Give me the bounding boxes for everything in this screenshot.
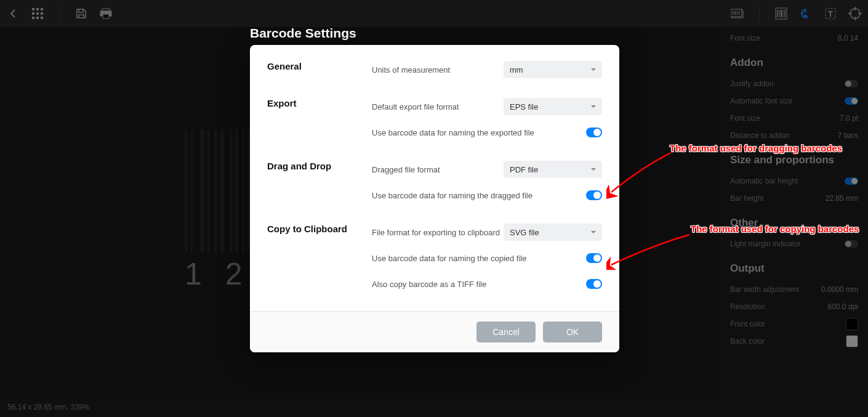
resolution-value: 600.0 dpi — [828, 302, 858, 311]
auto-fontsize-toggle[interactable] — [845, 97, 858, 105]
distance-value: 7 bars — [838, 131, 858, 140]
resolution-label: Resolution — [730, 302, 765, 311]
clipboard-tiff-toggle[interactable] — [586, 279, 602, 289]
auto-barheight-label: Automatic bar height — [730, 177, 798, 185]
lmi-toggle[interactable] — [845, 240, 858, 248]
bwa-value: 0.0000 mm — [821, 285, 858, 294]
svg-point-27 — [806, 10, 808, 12]
clipboard-tiff-label: Also copy barcode as a TIFF file — [372, 280, 486, 289]
status-text: 56.14 x 29.65 mm, 339% — [7, 403, 89, 411]
text-tool-icon[interactable]: T — [824, 7, 837, 20]
properties-panel: Font size8.0 14 Addon Justify addon Auto… — [720, 27, 868, 417]
svg-rect-11 — [103, 14, 109, 18]
drag-format-value: PDF file — [510, 165, 538, 174]
svg-point-26 — [803, 14, 805, 16]
justify-addon-label: Justify addon — [730, 79, 774, 88]
barcode-tool-icon[interactable] — [774, 7, 788, 20]
svg-rect-4 — [36, 12, 39, 15]
svg-rect-3 — [32, 12, 34, 15]
dragdrop-section-label: Drag and Drop — [267, 161, 372, 204]
clipboard-naming-toggle[interactable] — [586, 253, 602, 263]
target-icon[interactable] — [848, 7, 862, 20]
justify-addon-toggle[interactable] — [845, 80, 858, 87]
fontsize-top-value: 8.0 14 — [838, 34, 858, 43]
back-color-swatch[interactable] — [846, 335, 858, 347]
chevron-down-icon — [591, 168, 596, 171]
drag-format-label: Dragged file format — [372, 165, 440, 174]
ok-button[interactable]: OK — [543, 322, 602, 342]
drag-naming-toggle[interactable] — [586, 190, 602, 200]
drag-format-dropdown[interactable]: PDF file — [504, 161, 602, 178]
svg-rect-6 — [32, 17, 34, 19]
main-toolbar: T — [0, 0, 868, 27]
lmi-label: Light margin indicator — [730, 240, 801, 248]
distance-label: Distance to addon — [730, 131, 790, 140]
svg-text:T: T — [828, 9, 833, 18]
barheight-value: 22.85 mm — [826, 194, 858, 203]
bwa-label: Bar width adjustment — [730, 285, 799, 294]
clipboard-section-label: Copy to Clipboard — [267, 224, 372, 293]
chevron-down-icon — [591, 68, 596, 71]
back-color-label: Back color — [730, 337, 765, 346]
settings-modal: General Units of measurement mm Export D… — [250, 45, 619, 352]
svg-rect-2 — [41, 8, 43, 10]
fontsize-label: Font size — [730, 114, 760, 123]
units-dropdown[interactable]: mm — [504, 61, 602, 78]
clipboard-format-dropdown[interactable]: SVG file — [504, 224, 602, 241]
general-section-label: General — [267, 61, 372, 78]
barheight-label: Bar height — [730, 194, 764, 203]
cancel-button[interactable]: Cancel — [476, 322, 536, 342]
save-icon[interactable] — [74, 7, 88, 20]
barcode-batch-icon[interactable] — [731, 7, 744, 20]
chevron-down-icon — [591, 105, 596, 108]
modal-title: Barcode Settings — [250, 26, 356, 41]
export-naming-toggle[interactable] — [586, 128, 602, 137]
status-bar: 56.14 x 29.65 mm, 339% — [0, 399, 868, 417]
clipboard-format-value: SVG file — [510, 228, 539, 237]
svg-rect-1 — [36, 8, 39, 10]
front-color-label: Front color — [730, 320, 765, 328]
svg-rect-8 — [41, 17, 43, 19]
drag-naming-label: Use barcode data for naming the dragged … — [372, 191, 532, 200]
annotation-copy-text: The format used for copying barcodes — [691, 224, 859, 234]
auto-barheight-toggle[interactable] — [845, 177, 858, 185]
size-section-title: Size and proportions — [730, 154, 858, 166]
palette-icon[interactable] — [799, 7, 813, 20]
export-section-label: Export — [267, 98, 372, 141]
print-icon[interactable] — [99, 7, 113, 20]
output-section-title: Output — [730, 262, 858, 275]
front-color-swatch[interactable] — [846, 318, 858, 330]
svg-rect-9 — [102, 9, 110, 11]
fontsize-value: 7.0 pt — [840, 114, 858, 123]
units-value: mm — [510, 65, 523, 75]
export-format-dropdown[interactable]: EPS file — [504, 98, 602, 115]
export-format-value: EPS file — [510, 102, 538, 111]
annotation-arrow-copy — [606, 233, 693, 270]
clipboard-format-label: File format for exporting to clipboard — [372, 228, 500, 237]
back-icon[interactable] — [6, 7, 20, 20]
apps-grid-icon[interactable] — [31, 7, 44, 20]
export-format-label: Default export file format — [372, 102, 459, 111]
export-naming-label: Use barcode data for naming the exported… — [372, 128, 534, 137]
chevron-down-icon — [591, 231, 596, 233]
fontsize-top-label: Font size — [730, 34, 760, 43]
svg-point-25 — [803, 11, 805, 13]
auto-fontsize-label: Automatic font size — [730, 97, 792, 105]
units-label: Units of measurement — [372, 65, 450, 75]
svg-rect-0 — [32, 8, 34, 10]
svg-rect-5 — [41, 12, 43, 15]
clipboard-naming-label: Use barcode data for naming the copied f… — [372, 254, 527, 263]
svg-rect-7 — [36, 17, 39, 19]
annotation-drag-text: The format used for dragging barcodes — [670, 143, 842, 153]
addon-section-title: Addon — [730, 57, 858, 69]
